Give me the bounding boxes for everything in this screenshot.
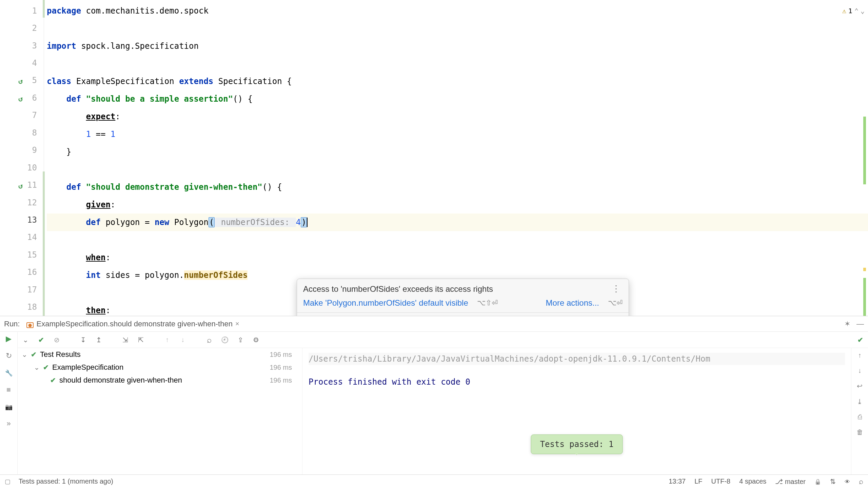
warning-count: 1 [848,2,852,20]
line-number[interactable]: 2 [0,19,44,37]
tree-test-row[interactable]: should demonstrate given-when-then 196 m… [18,374,302,387]
gear-icon[interactable]: ✶ [844,320,850,328]
expand-tree-icon[interactable]: ⌄ [21,336,30,344]
run-test-icon[interactable] [18,76,26,84]
test-settings-button[interactable] [252,336,260,344]
run-header: Run: ExampleSpecification.should demonst… [0,316,868,332]
export-button[interactable] [236,336,245,344]
editor-area: 1 2 3 4 5 6 7 8 9 10 11 12 13 14 15 16 1… [0,0,868,316]
file-encoding[interactable]: UTF-8 [711,477,731,485]
collapse-all-button[interactable] [136,336,145,344]
chevron-up-icon[interactable]: ⌃ [854,2,859,20]
prev-failed-button[interactable] [163,336,172,344]
expand-all-button[interactable] [121,336,130,344]
line-number[interactable]: 11 [0,176,44,194]
console-command: /Users/trisha/Library/Java/JavaVirtualMa… [309,353,845,365]
git-branch[interactable]: master [775,477,806,486]
chevron-down-icon[interactable] [34,363,40,372]
caret-position[interactable]: 13:37 [669,477,686,485]
print-icon[interactable]: ⎙ [858,413,862,421]
line-number[interactable]: 7 [0,107,44,124]
rerun-button[interactable] [6,351,12,360]
line-number[interactable]: 4 [0,54,44,72]
chevron-down-icon[interactable] [22,350,27,359]
scroll-to-end-icon[interactable]: ⤓ [857,398,863,406]
warning-underline[interactable]: numberOfSides [184,270,248,280]
tree-spec-row[interactable]: ExampleSpecification 196 ms [18,361,302,374]
more-button[interactable] [6,419,11,428]
tree-root-row[interactable]: Test Results 196 ms [18,348,302,361]
test-toolbar: ⌄ [18,332,868,348]
run-tool-window: Run: ExampleSpecification.should demonst… [0,316,868,474]
run-test-icon[interactable] [18,94,26,102]
line-separator[interactable]: LF [694,477,702,485]
line-number[interactable]: 15 [0,246,44,263]
line-number[interactable]: 5 [0,72,44,89]
line-number[interactable]: 1 [0,2,44,19]
pass-icon [50,376,56,385]
next-failed-button[interactable] [178,336,187,344]
scroll-up-icon[interactable]: ↑ [858,351,862,359]
line-number[interactable]: 8 [0,124,44,141]
status-passed-icon [856,336,865,344]
show-passed-toggle[interactable] [37,336,45,344]
history-button[interactable] [220,336,229,344]
line-number[interactable]: 9 [0,142,44,159]
run-config-icon [26,320,34,328]
inspection-popup: Access to 'numberOfSides' exceeds its ac… [297,279,629,316]
sort-up-button[interactable] [94,336,103,344]
scroll-down-icon[interactable]: ↓ [858,367,862,374]
kebab-menu-icon[interactable]: ⋮ [610,284,623,294]
error-stripe[interactable] [861,0,868,316]
inspection-message: Access to 'numberOfSides' exceeds its ac… [303,284,493,294]
line-number[interactable]: 12 [0,194,44,211]
close-icon[interactable]: × [235,320,239,328]
line-number[interactable]: 18 [0,298,44,316]
indent-setting[interactable]: 4 spaces [739,477,766,485]
quick-fix-link[interactable]: Make 'Polygon.numberOfSides' default vis… [303,298,468,308]
search-button[interactable] [205,335,214,345]
test-tree[interactable]: Test Results 196 ms ExampleSpecification… [18,348,302,474]
console-exit-line: Process finished with exit code 0 [309,377,845,387]
run-label: Run: [4,320,20,328]
minimize-icon[interactable]: — [856,320,864,328]
show-ignored-toggle[interactable] [52,336,61,344]
code-editor[interactable]: package com.mechanitis.demo.spock import… [44,0,868,316]
line-number[interactable]: 14 [0,229,44,246]
shortcut-hint: ⌥⏎ [608,299,623,307]
pass-icon [43,363,49,372]
line-number[interactable]: 10 [0,159,44,176]
status-bar: Tests passed: 1 (moments ago) 13:37 LF U… [0,474,868,488]
soft-wrap-icon[interactable]: ↩ [857,382,863,390]
line-number[interactable]: 13 [0,211,44,228]
clear-icon[interactable]: 🗑 [856,428,863,436]
tests-passed-toast: Tests passed: 1 [531,434,623,454]
line-number[interactable]: 16 [0,264,44,281]
settings-button[interactable] [5,368,13,377]
line-number[interactable]: 6 [0,89,44,106]
stop-button[interactable] [6,385,11,394]
lock-icon[interactable] [814,477,821,485]
warning-icon: ⚠ [842,2,846,20]
run-test-icon[interactable] [18,181,26,189]
sync-icon[interactable] [830,477,836,486]
pass-icon [31,350,37,359]
inspection-eye-icon[interactable] [845,477,850,485]
editor-gutter: 1 2 3 4 5 6 7 8 9 10 11 12 13 14 15 16 1… [0,0,44,316]
run-button[interactable] [6,334,12,343]
console-toolbar: ↑ ↓ ↩ ⤓ ⎙ 🗑 [851,348,868,474]
shortcut-hint: ⌥⇧⏎ [477,299,498,307]
dump-button[interactable] [5,402,13,411]
more-actions-link[interactable]: More actions... [546,298,599,308]
run-config-tab[interactable]: ExampleSpecification.should demonstrate … [24,318,242,330]
tool-windows-toggle[interactable] [5,477,11,485]
status-message: Tests passed: 1 (moments ago) [19,477,113,485]
line-number[interactable]: 17 [0,281,44,298]
line-number[interactable]: 3 [0,37,44,54]
run-side-toolbar [0,332,18,474]
sort-down-button[interactable] [79,336,87,344]
console-output[interactable]: /Users/trisha/Library/Java/JavaVirtualMa… [302,348,851,474]
search-icon[interactable] [859,477,863,486]
